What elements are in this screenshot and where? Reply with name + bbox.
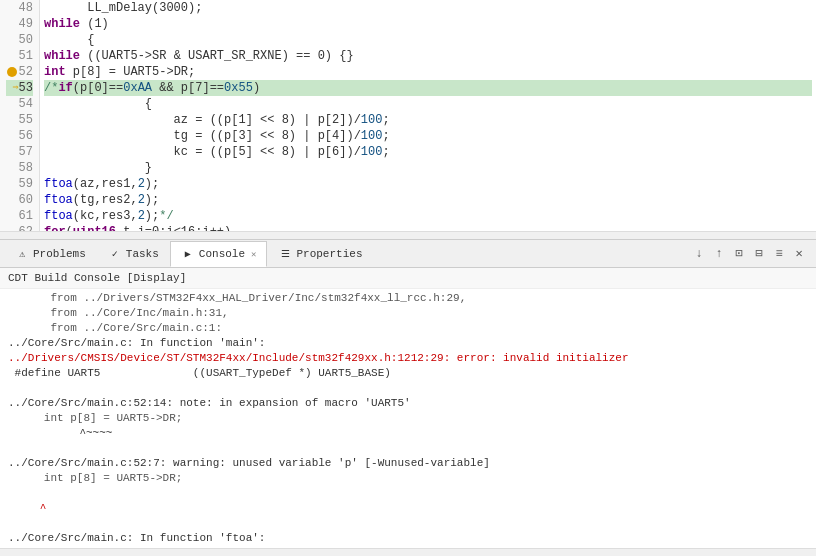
code-line-54: { (44, 96, 812, 112)
code-line-56: tg = ((p[3] << 8) | p[4])/100; (44, 128, 812, 144)
code-line-50: { (44, 32, 812, 48)
ln-53: ⇒ 53 (6, 80, 33, 96)
code-line-49: while (1) (44, 16, 812, 32)
code-line-60: ftoa(tg,res2,2); (44, 192, 812, 208)
console-line: from ../Core/Inc/main.h:31, (8, 306, 808, 321)
console-close-icon[interactable]: ✕ (251, 249, 256, 260)
console-line: int p[8] = UART5->DR; (8, 471, 808, 486)
menu-btn[interactable]: ≡ (770, 245, 788, 263)
properties-icon: ☰ (278, 247, 292, 261)
console-error-line: ../Drivers/CMSIS/Device/ST/STM32F4xx/Inc… (8, 351, 808, 366)
code-line-61: ftoa(kc,res3,2);*/ (44, 208, 812, 224)
code-content[interactable]: LL_mDelay(3000); while (1) { while ((UAR… (40, 0, 816, 231)
console-line: from ../Drivers/STM32F4xx_HAL_Driver/Inc… (8, 291, 808, 306)
line-numbers: 48 49 50 51 52 ⇒ 53 54 55 56 57 58 59 60… (0, 0, 40, 231)
console-title: CDT Build Console [Display] (0, 268, 816, 289)
tab-tasks[interactable]: ✓ Tasks (97, 241, 170, 267)
console-line: from ../Core/Src/main.c:1: (8, 321, 808, 336)
code-scrollbar[interactable] (0, 231, 816, 239)
console-line: #define UART5 ((USART_TypeDef *) UART5_B… (8, 366, 808, 381)
pin-btn[interactable]: ⊟ (750, 245, 768, 263)
console-line: ^~~~~ (8, 426, 808, 441)
ln-51: 51 (6, 48, 33, 64)
ln-61: 61 (6, 208, 33, 224)
tasks-icon: ✓ (108, 247, 122, 261)
ln-54: 54 (6, 96, 33, 112)
code-line-48: LL_mDelay(3000); (44, 0, 812, 16)
code-line-52: int p[8] = UART5->DR; (44, 64, 812, 80)
console-line (8, 516, 808, 531)
clear-console-btn[interactable]: ⊡ (730, 245, 748, 263)
ln-48: 48 (6, 0, 33, 16)
scroll-down-btn[interactable]: ↓ (690, 245, 708, 263)
console-warning-line: ../Core/Src/main.c:52:7: warning: unused… (8, 456, 808, 471)
scroll-up-btn[interactable]: ↑ (710, 245, 728, 263)
ln-57: 57 (6, 144, 33, 160)
console-scrollbar[interactable] (0, 548, 816, 556)
ln-56: 56 (6, 128, 33, 144)
code-container: 48 49 50 51 52 ⇒ 53 54 55 56 57 58 59 60… (0, 0, 816, 231)
console-line (8, 441, 808, 456)
code-line-55: az = ((p[1] << 8) | p[2])/100; (44, 112, 812, 128)
ln-49: 49 (6, 16, 33, 32)
code-line-57: kc = ((p[5] << 8) | p[6])/100; (44, 144, 812, 160)
tab-problems-label: Problems (33, 248, 86, 260)
tab-problems[interactable]: ⚠ Problems (4, 241, 97, 267)
ln-60: 60 (6, 192, 33, 208)
problems-icon: ⚠ (15, 247, 29, 261)
tabs-bar: ⚠ Problems ✓ Tasks ▶ Console ✕ ☰ Propert… (0, 240, 816, 268)
breakpoint-icon (7, 67, 17, 77)
ln-52: 52 (6, 64, 33, 80)
console-line: ../Core/Src/main.c: In function 'ftoa': (8, 531, 808, 546)
bottom-panel: ⚠ Problems ✓ Tasks ▶ Console ✕ ☰ Propert… (0, 240, 816, 556)
console-line (8, 381, 808, 396)
ln-50: 50 (6, 32, 33, 48)
code-line-59: ftoa(az,res1,2); (44, 176, 812, 192)
ln-62: 62 (6, 224, 33, 231)
tab-properties-label: Properties (296, 248, 362, 260)
code-line-53: /* if(p[0]==0xAA && p[7]==0x55) (44, 80, 812, 96)
console-line: ../Core/Src/main.c:52:14: note: in expan… (8, 396, 808, 411)
console-line: int p[8] = UART5->DR; (8, 411, 808, 426)
console-line: ../Core/Src/main.c: In function 'main': (8, 336, 808, 351)
ln-58: 58 (6, 160, 33, 176)
tab-actions: ↓ ↑ ⊡ ⊟ ≡ ✕ (690, 245, 812, 263)
code-line-62: for(uint16 t i=0;i<16;i++) (44, 224, 812, 231)
close-panel-btn[interactable]: ✕ (790, 245, 808, 263)
code-line-58: } (44, 160, 812, 176)
tab-tasks-label: Tasks (126, 248, 159, 260)
code-line-51: while ((UART5->SR & USART_SR_RXNE) == 0)… (44, 48, 812, 64)
console-line (8, 486, 808, 501)
console-line: ^ (8, 501, 808, 516)
tab-console[interactable]: ▶ Console ✕ (170, 241, 268, 267)
ln-59: 59 (6, 176, 33, 192)
ln-55: 55 (6, 112, 33, 128)
editor-area: 48 49 50 51 52 ⇒ 53 54 55 56 57 58 59 60… (0, 0, 816, 240)
tab-properties[interactable]: ☰ Properties (267, 241, 373, 267)
console-icon: ▶ (181, 247, 195, 261)
tab-console-label: Console (199, 248, 245, 260)
console-output[interactable]: from ../Drivers/STM32F4xx_HAL_Driver/Inc… (0, 289, 816, 548)
